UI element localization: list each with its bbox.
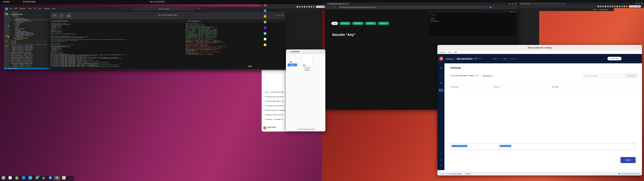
history-nav-icons[interactable]: ← →: [120, 8, 126, 10]
browser-tab[interactable]: [531, 3, 542, 5]
channel-pattern-input[interactable]: openai_analizering: [583, 74, 623, 78]
active-tab[interactable]: [520, 3, 531, 5]
databases-link[interactable]: Databases: [446, 58, 454, 60]
active-tab[interactable]: Mensajes de Redis - op… ✕: [326, 3, 349, 5]
tree-item[interactable]: Desktop: [10, 15, 50, 16]
copilot-icon[interactable]: ⊡⌄: [198, 8, 201, 10]
menu-item[interactable]: Run: [38, 8, 41, 10]
dock-item[interactable]: ▦ ▪: [40, 176, 47, 181]
status-item[interactable]: ⚡: [5, 68, 6, 70]
rail-icon[interactable]: ▤: [439, 66, 443, 70]
menu-item[interactable]: View: [28, 8, 31, 10]
extension-icon[interactable]: [301, 6, 303, 8]
column-timestamp[interactable]: Timestamp: [450, 86, 493, 88]
extension-icon[interactable]: [626, 6, 628, 7]
menu-item[interactable]: Help: [454, 51, 457, 53]
pane-title-1[interactable]: 1: d @ d-ThinkPad-T480s ⌄: [50, 20, 186, 23]
vertical-tab-icon[interactable]: [264, 32, 266, 35]
extension-icon[interactable]: [619, 6, 620, 7]
browser-menu-icon[interactable]: ⋮: [493, 6, 494, 8]
nav-icons[interactable]: ← → ⟳: [327, 6, 336, 8]
menu-item[interactable]: Selection: [20, 8, 26, 10]
window-controls[interactable]: ✕: [509, 3, 516, 5]
panel-tab[interactable]: PROBLEMS: [11, 44, 17, 45]
dock-item[interactable]: ⚙ ▪: [54, 176, 60, 180]
profiler-button[interactable]: ⌕ Profiler: [465, 173, 471, 175]
column-channel[interactable]: Channel: [493, 86, 552, 88]
more-options-icon[interactable]: ⋯: [610, 9, 612, 10]
focused-app-menu[interactable]: Redis Insight: [23, 1, 36, 3]
sidebar-section-header[interactable]: TIMELINE: [10, 42, 50, 44]
terminal-pane-left[interactable]: ◎ ESTADO DEL SERVICIO: failed═══════════…: [50, 23, 184, 67]
section-pill[interactable]: Any: [332, 22, 338, 25]
tree-item[interactable]: OpenAI-Analizer_Windows.v1.py: [10, 32, 50, 34]
terminal-pane-pm2[interactable]: analyzer_server][ids: [ 4 ])[PM2] [opena…: [184, 23, 286, 67]
tree-item[interactable]: README.md: [10, 22, 50, 23]
extension-icon[interactable]: [313, 6, 314, 8]
source-control-icon[interactable]: ⑂4: [5, 23, 8, 26]
dock-item[interactable]: 12 ◍ ▪: [34, 176, 40, 180]
extensions-icon[interactable]: ⊞: [5, 34, 8, 37]
integrated-terminal[interactable]: rename (Desktop => Desktop)/NL… rename (…: [10, 46, 50, 68]
clock[interactable]: mié nov 26 10:29:01: [150, 1, 165, 3]
vertical-tab-icon[interactable]: [264, 15, 266, 18]
window-controls[interactable]: ✕: [276, 14, 283, 16]
extension-icon[interactable]: [297, 6, 298, 8]
tree-item[interactable]: OpenAI-Analizer_Windows.v1.2.py: [10, 34, 50, 35]
copy-code-button[interactable]: Copy code: [428, 10, 516, 13]
cli-button[interactable]: >_ CLI: [440, 173, 444, 175]
extension-icon[interactable]: [299, 6, 300, 8]
system-tray[interactable]: ⇅◗▾: [636, 0, 642, 2]
publish-button[interactable]: Publish: [620, 157, 636, 163]
dock-item[interactable]: ✆: [7, 176, 14, 180]
tree-item[interactable]: Windows: [10, 23, 50, 24]
browser-menu-icon[interactable]: ⋮: [642, 6, 643, 7]
status-item[interactable]: ✖ 0 ⚠ 0: [14, 68, 18, 70]
unsubscribe-button[interactable]: Unsubscribe: [625, 74, 637, 78]
stat-item[interactable]: C ⌄: [515, 58, 518, 60]
extension-icon[interactable]: [607, 6, 608, 7]
tree-item[interactable]: id_ed25519_linux: [10, 18, 50, 19]
tree-item[interactable]: exe: [10, 27, 50, 28]
file-item-selected[interactable]: Salvador CVEN.pdf: [288, 56, 297, 66]
panel-tab[interactable]: TERMINAL: [36, 44, 42, 45]
window-controls[interactable]: ✕: [635, 3, 643, 4]
redis-titlebar[interactable]: 198.71.63.235:6379 - Pub/Sub: [438, 45, 642, 51]
dock-item[interactable]: ⬟ ▪: [47, 176, 54, 180]
extension-icon[interactable]: [306, 6, 308, 8]
menu-item[interactable]: Help: [52, 8, 55, 10]
search-icon[interactable]: ◌: [5, 18, 8, 21]
panel-tab[interactable]: PORTS: [43, 44, 47, 45]
extension-icon[interactable]: [616, 6, 618, 7]
command-center[interactable]: OpenAI-Analyzer: [132, 7, 196, 10]
rail-icon[interactable]: ⚙: [439, 164, 443, 168]
rail-icon[interactable]: ▧: [439, 81, 443, 85]
browser-tab[interactable]: [554, 3, 565, 5]
run-debug-icon[interactable]: ▷: [5, 28, 8, 32]
extension-icon[interactable]: [602, 6, 604, 7]
section-pill[interactable]: Problema 1: [340, 22, 351, 25]
extension-icon[interactable]: [610, 6, 611, 7]
cloud-sign-in-button[interactable]: Cloud sign in: [608, 57, 622, 60]
menu-item[interactable]: Go: [34, 8, 36, 10]
tree-item[interactable]: PromptMonitor: [10, 39, 50, 40]
column-message[interactable]: Message: [552, 86, 559, 88]
section-pill[interactable]: Problema 3: [365, 22, 376, 25]
extension-icon[interactable]: [612, 6, 613, 7]
menu-icon[interactable]: ☰: [323, 51, 324, 52]
vertical-tab-icon[interactable]: [264, 26, 266, 29]
dock-item[interactable]: ▪▪▪▪: [14, 176, 20, 180]
stat-item[interactable]: 0: [500, 58, 500, 60]
address-bar[interactable]: trading.mm4.me/openaiserver/monit/openai…: [338, 6, 486, 8]
tilix-headerbar[interactable]: ⊞◫⬓ Tilix: d @ d-ThinkPad-T480s ✕: [50, 12, 286, 20]
extension-icon[interactable]: [624, 6, 625, 7]
extension-icon[interactable]: [304, 6, 305, 8]
github-icon[interactable]: ◎: [5, 44, 8, 48]
message-input[interactable]: Enter Message: [499, 144, 636, 150]
extension-icon[interactable]: [621, 6, 623, 7]
dock-item[interactable]: ▤ ▪▪: [0, 176, 7, 180]
extension-icon[interactable]: [311, 6, 312, 8]
share-button[interactable]: ⤴ Share: [592, 9, 597, 10]
tree-item[interactable]: build: [10, 24, 50, 26]
tree-item[interactable]: dist: [10, 26, 50, 27]
